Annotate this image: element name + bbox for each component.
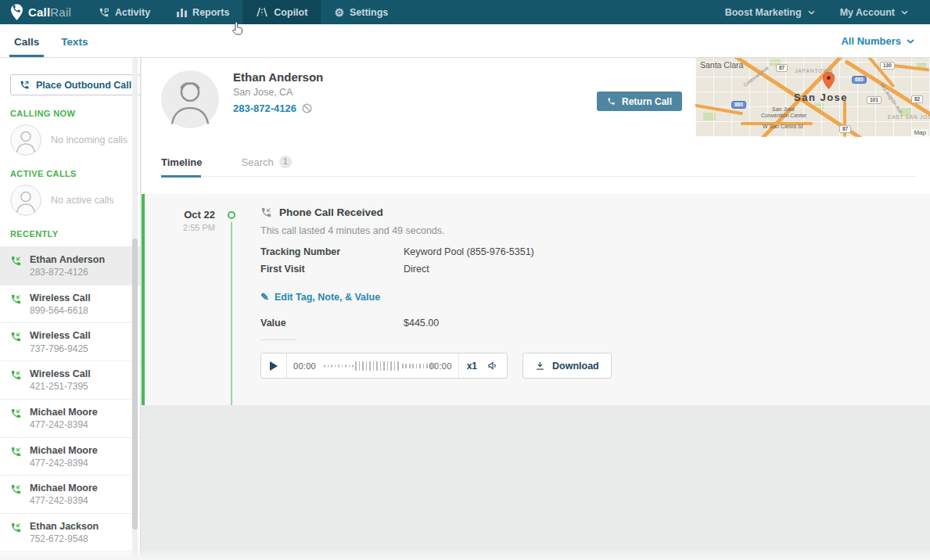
recent-call-row[interactable]: Wireless Call 466-464-9188 (0, 552, 140, 560)
contact-phone-link[interactable]: 283-872-4126 (233, 102, 323, 114)
edit-link-label: Edit Tag, Note, & Value (275, 292, 380, 303)
nav-right: Boost Marketing My Account (713, 0, 930, 24)
contact-avatar (161, 70, 219, 128)
recent-call-row[interactable]: Michael Moore 477-242-8394 (0, 476, 140, 514)
sidebar-scrollbar[interactable] (132, 58, 138, 560)
highway-shield-880: 880 (731, 101, 746, 109)
event-date: Oct 22 (145, 209, 215, 221)
recent-call-row[interactable]: Ethan Jackson 752-672-9548 (0, 514, 140, 552)
highway-shield-82: 82 (911, 95, 923, 103)
nav-reports-label: Reports (192, 7, 229, 18)
recent-call-number: 477-242-8394 (30, 458, 98, 470)
recent-call-number: 421-251-7395 (30, 381, 91, 393)
event-fields: Tracking Number Keyword Pool (855-976-53… (260, 246, 914, 275)
nav-reports[interactable]: Reports (163, 0, 242, 24)
search-tab-label: Search (242, 156, 274, 168)
recording-row: 00:00 00:00 x1 Download (260, 353, 914, 379)
avatar-placeholder-icon (10, 185, 41, 216)
contact-phone-number: 283-872-4126 (233, 102, 296, 114)
field-label: First Visit (260, 264, 404, 275)
value-amount: $445.00 (404, 318, 439, 328)
field-row-value: Value $445.00 (260, 318, 914, 328)
event-description: This call lasted 4 minutes and 49 second… (260, 225, 914, 236)
recent-call-row[interactable]: Wireless Call 421-251-7395 (0, 361, 140, 400)
calls-sidebar: Place Outbound Call CALLING NOW No incom… (0, 58, 141, 560)
detail-tabs: Timeline Search 1 (161, 156, 916, 177)
tab-texts[interactable]: Texts (59, 36, 89, 57)
chevron-down-icon (901, 10, 908, 15)
nav-settings-label: Settings (350, 7, 388, 18)
nav-settings[interactable]: ⚙ Settings (321, 0, 401, 24)
recent-call-row[interactable]: Michael Moore 477-242-8394 (0, 438, 140, 476)
volume-button[interactable] (485, 360, 507, 372)
phone-outbound-icon (20, 80, 30, 90)
callrail-app: CallRail Activity Reports Copilot ⚙ Sett… (0, 0, 930, 560)
map-label-convention-center-line2: Convention Center (761, 113, 806, 118)
highway-shield-87: 87 (776, 64, 788, 72)
phone-icon (607, 97, 616, 106)
contact-name: Ethan Anderson (233, 70, 323, 84)
no-incoming-calls-row: No incoming calls (10, 124, 140, 156)
highway-shield-130: 130 (880, 62, 895, 70)
audio-player: 00:00 00:00 x1 (260, 353, 508, 379)
tab-calls[interactable]: Calls (13, 36, 41, 57)
value-label: Value (260, 318, 404, 328)
brand-text-light: Rail (50, 5, 71, 19)
block-number-icon[interactable] (302, 103, 312, 113)
outbound-call-label: Place Outbound Call (36, 80, 131, 91)
recent-call-row[interactable]: Wireless Call 737-796-9425 (0, 323, 140, 361)
recent-call-name: Ethan Jackson (30, 519, 99, 533)
edit-tag-note-value-link[interactable]: ✎ Edit Tag, Note, & Value (260, 291, 914, 303)
tab-search[interactable]: Search 1 (242, 156, 292, 176)
account-switcher-menu[interactable]: Boost Marketing (713, 0, 828, 24)
nav-copilot-label: Copilot (274, 7, 307, 18)
no-active-calls-text: No active calls (51, 195, 114, 206)
incoming-call-icon (10, 446, 22, 458)
recent-call-number: 752-672-9548 (30, 533, 99, 546)
download-label: Download (552, 361, 599, 372)
recent-call-row[interactable]: Michael Moore 477-242-8394 (0, 400, 140, 438)
my-account-menu[interactable]: My Account (828, 0, 921, 24)
download-button[interactable]: Download (522, 353, 612, 379)
recent-call-row[interactable]: Ethan Anderson 283-872-4126 (0, 247, 140, 285)
recent-call-number: 283-872-4126 (30, 267, 105, 279)
audio-waveform[interactable] (322, 359, 423, 373)
tab-timeline[interactable]: Timeline (161, 156, 203, 176)
no-incoming-calls-text: No incoming calls (51, 135, 127, 145)
field-value: Keyword Pool (855-976-5351) (404, 246, 534, 257)
elapsed-time: 00:00 (293, 361, 316, 371)
map-attribution: Map (911, 129, 928, 136)
avatar-placeholder-icon (10, 124, 41, 156)
map-label-santa-clara: Santa Clara (700, 60, 743, 70)
incoming-call-icon (10, 369, 22, 381)
event-title: Phone Call Received (279, 206, 383, 218)
timeline-section: Oct 22 2:55 PM Phone Call Received This … (142, 194, 930, 405)
recent-call-name: Michael Moore (30, 481, 98, 495)
chevron-down-icon (907, 39, 914, 44)
nav-copilot[interactable]: Copilot (242, 0, 321, 24)
play-button[interactable] (261, 354, 287, 378)
primary-nav: Activity Reports Copilot ⚙ Settings (85, 0, 401, 24)
account-switcher-label: Boost Marketing (725, 7, 802, 18)
return-call-button[interactable]: Return Call (597, 92, 682, 111)
recent-call-number: 477-242-8394 (30, 419, 98, 432)
incoming-call-icon (10, 483, 22, 495)
all-numbers-filter[interactable]: All Numbers (841, 35, 914, 57)
recent-call-number: 899-564-6618 (30, 305, 91, 318)
place-outbound-call-button[interactable]: Place Outbound Call (10, 74, 141, 95)
recent-call-number: 737-796-9425 (30, 343, 91, 356)
recent-calls-list: Ethan Anderson 283-872-4126 Wireless Cal… (0, 246, 140, 560)
highway-shield-101: 101 (867, 96, 882, 104)
playback-speed-button[interactable]: x1 (458, 354, 485, 378)
timeline-node (228, 211, 235, 219)
location-map[interactable]: Santa Clara JAPANTOWN San Jose San Jose … (695, 56, 930, 137)
callrail-logo[interactable]: CallRail (0, 0, 85, 24)
incoming-call-icon (10, 407, 22, 419)
callrail-pin-icon (11, 4, 23, 20)
highway-shield-680: 680 (852, 76, 867, 84)
incoming-call-icon (10, 293, 22, 305)
contact-location: San Jose, CA (233, 87, 323, 98)
value-divider (260, 339, 296, 340)
nav-activity[interactable]: Activity (85, 0, 163, 24)
recent-call-row[interactable]: Wireless Call 899-564-6618 (0, 285, 140, 324)
